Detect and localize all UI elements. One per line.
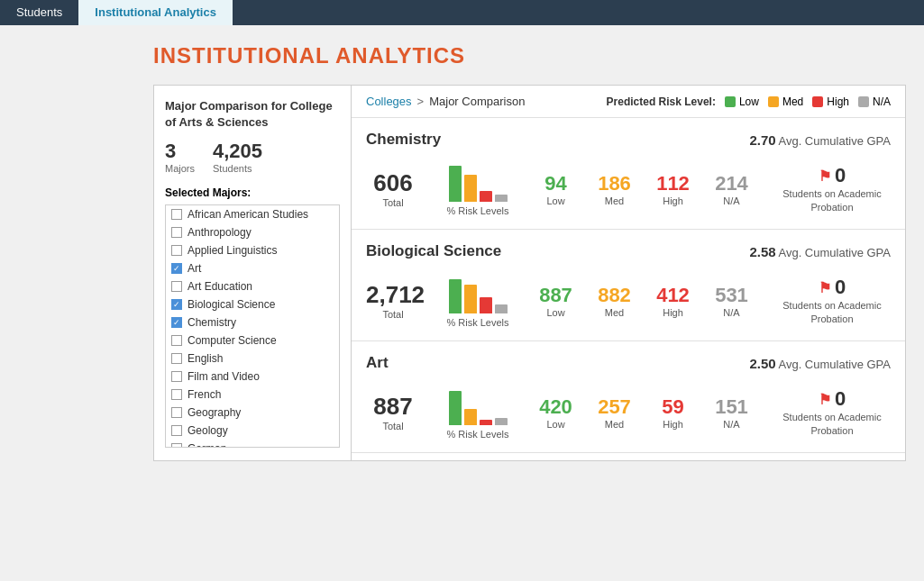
legend-label: Med [782, 95, 803, 108]
major-checkbox[interactable] [171, 317, 182, 328]
risk-num: 186 [594, 172, 635, 195]
stats-row: 3 Majors 4,205 Students [165, 140, 340, 183]
major-checkbox[interactable] [171, 299, 182, 310]
risk-stat-high: 412 High [653, 284, 693, 318]
bar-high [480, 420, 492, 425]
major-list-item[interactable]: German [166, 440, 339, 448]
risk-stat-n/a: 214 N/A [711, 172, 752, 206]
risk-num: 151 [711, 395, 752, 419]
breadcrumb-bar: Colleges > Major Comparison Predicted Ri… [352, 86, 905, 118]
risk-stats: 887 Low 882 Med 412 High 531 N/A [535, 284, 752, 318]
major-checkbox[interactable] [171, 353, 182, 364]
major-list-item[interactable]: English [166, 350, 339, 368]
legend-label: N/A [873, 95, 891, 108]
legend-item: N/A [858, 95, 891, 108]
gpa-number: 2.58 [749, 244, 775, 259]
gpa-number: 2.50 [749, 356, 775, 371]
legend-label: Low [739, 95, 759, 108]
major-list-item[interactable]: Film and Video [166, 368, 339, 386]
major-list-item-label: Chemistry [188, 316, 236, 329]
stats-bar: 606 Total % Risk Levels 94 Low 186 Med 1… [366, 161, 891, 216]
major-checkbox[interactable] [171, 263, 182, 274]
major-list-item-label: Film and Video [188, 370, 260, 383]
major-name: Chemistry [366, 131, 441, 149]
risk-stat-n/a: 531 N/A [711, 284, 752, 318]
nav-tab-students[interactable]: Students [0, 0, 78, 25]
bars-label: % Risk Levels [446, 317, 508, 328]
students-count: 4,205 [213, 140, 262, 163]
risk-label: Med [594, 307, 635, 318]
bars-container [449, 385, 508, 425]
major-list-item[interactable]: French [166, 386, 339, 404]
major-list-item-label: Geography [188, 406, 241, 419]
major-list-item[interactable]: Computer Science [166, 331, 339, 350]
major-list-item-label: English [188, 352, 223, 365]
major-list-item[interactable]: Anthropology [166, 223, 339, 241]
bar-high [480, 297, 492, 313]
main-wrapper: INSTITUTIONAL ANALYTICS Major Comparison… [0, 25, 924, 581]
major-checkbox[interactable] [171, 245, 182, 256]
panel-title: Major Comparison for College of Arts & S… [165, 98, 340, 131]
risk-num: 420 [535, 395, 576, 419]
major-checkbox[interactable] [171, 407, 182, 418]
bar-na [495, 304, 508, 313]
risk-stat-med: 186 Med [594, 172, 635, 206]
major-checkbox[interactable] [171, 443, 182, 448]
bar-chart: % Risk Levels [442, 273, 514, 328]
major-list-item[interactable]: Biological Science [166, 295, 339, 313]
major-list-item[interactable]: Chemistry [166, 313, 339, 331]
risk-stat-med: 257 Med [594, 395, 635, 430]
major-list-item[interactable]: Applied Linguistics [166, 241, 339, 259]
risk-label: Low [535, 307, 576, 318]
risk-label: Med [594, 195, 635, 206]
major-list-item[interactable]: Art Education [166, 277, 339, 295]
major-list-item[interactable]: African American Studies [166, 205, 339, 223]
major-list-item-label: Applied Linguistics [188, 244, 277, 257]
major-list-item[interactable]: Geography [166, 404, 339, 422]
probation-label: Students on Academic Probation [773, 187, 891, 213]
major-checkbox[interactable] [171, 227, 182, 238]
major-checkbox[interactable] [171, 371, 182, 382]
risk-stat-low: 420 Low [535, 395, 576, 430]
major-checkbox[interactable] [171, 389, 182, 400]
total-label: Total [366, 421, 420, 431]
major-list-item[interactable]: Geology [166, 422, 339, 440]
bar-chart: % Risk Levels [442, 385, 514, 440]
breadcrumb-current: Major Comparison [429, 95, 525, 108]
selected-majors-label: Selected Majors: [165, 186, 340, 199]
total-block: 2,712 Total [366, 281, 420, 320]
probation-number: ⚑0 [773, 387, 891, 411]
bar-low [449, 166, 462, 202]
flag-icon: ⚑ [819, 391, 831, 408]
major-checkbox[interactable] [171, 425, 182, 436]
bars-container [449, 273, 508, 313]
flag-icon: ⚑ [819, 279, 831, 296]
breadcrumb-link[interactable]: Colleges [366, 95, 412, 108]
risk-stat-high: 59 High [653, 395, 693, 430]
bars-label: % Risk Levels [446, 429, 508, 440]
major-header: Art2.50 Avg. Cumulative GPA [366, 354, 891, 372]
bar-low [449, 391, 462, 425]
risk-legend-label: Predicted Risk Level: [607, 95, 716, 108]
majors-stat: 3 Majors [165, 140, 195, 183]
content-area: Major Comparison for College of Arts & S… [153, 85, 906, 461]
risk-stat-low: 887 Low [535, 284, 576, 318]
major-list-item[interactable]: Art [166, 259, 339, 277]
major-gpa: 2.70 Avg. Cumulative GPA [749, 132, 891, 148]
major-checkbox[interactable] [171, 281, 182, 292]
nav-tab-institutional-analytics[interactable]: Institutional Analytics [78, 0, 233, 25]
major-list-item-label: Art Education [188, 280, 252, 293]
major-checkbox[interactable] [171, 335, 182, 346]
stats-bar: 887 Total % Risk Levels 420 Low 257 Med … [366, 385, 891, 440]
major-list-item-label: Geology [188, 424, 228, 437]
major-list-item-label: Biological Science [188, 298, 275, 311]
major-checkbox[interactable] [171, 209, 182, 220]
risk-num: 531 [711, 284, 752, 307]
risk-label: N/A [711, 195, 752, 206]
major-section: Chemistry2.70 Avg. Cumulative GPA 606 To… [352, 118, 905, 230]
risk-stat-n/a: 151 N/A [711, 395, 752, 430]
major-list-item-label: Computer Science [188, 334, 277, 347]
majors-list[interactable]: African American StudiesAnthropologyAppl… [165, 204, 340, 448]
major-section: Biological Science2.58 Avg. Cumulative G… [352, 230, 905, 341]
bar-chart: % Risk Levels [442, 161, 514, 216]
